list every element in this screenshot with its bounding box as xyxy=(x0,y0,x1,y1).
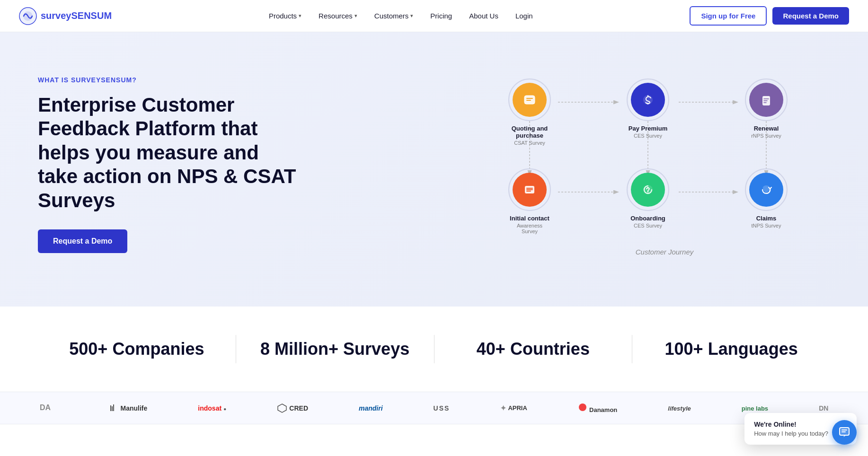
node-sublabel-quoting: CSAT Survey xyxy=(514,140,545,146)
logo-uss: USS xyxy=(434,404,450,412)
node-label-quoting: Quoting and purchase xyxy=(508,125,551,139)
customer-journey-diagram: Quoting and purchase CSAT Survey Pay Pre… xyxy=(499,74,830,256)
node-label-initial-contact: Initial contact xyxy=(510,215,549,222)
signup-button[interactable]: Sign up for Free xyxy=(690,6,767,26)
chevron-down-icon: ▾ xyxy=(354,13,357,19)
node-label-pay-premium: Pay Premium xyxy=(629,125,667,132)
logo-cred: CRED xyxy=(277,403,308,413)
node-renewal: Renewal rNPS Survey xyxy=(745,79,788,139)
stat-languages: 100+ Languages xyxy=(632,339,830,359)
logo-lifestyle: lifestyle xyxy=(668,404,691,412)
stats-section: 500+ Companies 8 Million+ Surveys 40+ Co… xyxy=(0,307,868,392)
logo-manulife: Manulife xyxy=(109,403,148,413)
node-icon-renewal xyxy=(749,83,783,117)
svg-rect-20 xyxy=(112,406,113,411)
node-icon-quoting xyxy=(513,83,547,117)
svg-point-23 xyxy=(579,403,586,411)
logo-pine-labs: pine labs xyxy=(742,404,768,412)
stat-companies-number: 500+ Companies xyxy=(38,339,236,359)
node-pay-premium: Pay Premium CES Survey xyxy=(627,79,669,139)
svg-text:DA: DA xyxy=(40,403,51,412)
node-icon-claims xyxy=(749,173,783,207)
logos-strip: DA Manulife indosat ● CRED mandiri USS ✦… xyxy=(0,392,868,424)
logo-indosat: indosat ● xyxy=(198,404,226,412)
node-sublabel-pay-premium: CES Survey xyxy=(634,133,662,139)
nav-login[interactable]: Login xyxy=(509,8,540,24)
hero-title: Enterprise Customer Feedback Platform th… xyxy=(38,93,303,212)
hero-section: WHAT IS SURVEYSENSUM? Enterprise Custome… xyxy=(0,32,868,307)
node-icon-initial-contact xyxy=(513,173,547,207)
logo-apria: ✦ APRIA xyxy=(500,404,527,412)
node-sublabel-renewal: rNPS Survey xyxy=(751,133,781,139)
hero-left: WHAT IS SURVEYSENSUM? Enterprise Custome… xyxy=(38,76,303,253)
logo[interactable]: surveySENSUM xyxy=(19,7,112,25)
logo-text: surveySENSUM xyxy=(41,10,112,21)
journey-label: Customer Journey xyxy=(636,248,694,256)
svg-rect-21 xyxy=(113,404,114,411)
svg-marker-22 xyxy=(278,404,286,412)
chevron-down-icon: ▾ xyxy=(410,13,413,19)
navbar: surveySENSUM Products ▾ Resources ▾ Cust… xyxy=(0,0,868,32)
node-label-renewal: Renewal xyxy=(754,125,779,132)
stat-companies: 500+ Companies xyxy=(38,339,236,359)
logo-danamon: Danamon xyxy=(578,403,617,413)
node-quoting: Quoting and purchase CSAT Survey xyxy=(508,79,551,146)
nav-actions: Sign up for Free Request a Demo xyxy=(690,6,849,26)
node-onboarding: Onboarding CES Survey xyxy=(627,168,669,228)
node-icon-onboarding xyxy=(631,173,665,207)
nav-customers[interactable]: Customers ▾ xyxy=(368,8,420,24)
nav-pricing[interactable]: Pricing xyxy=(424,8,459,24)
stat-surveys: 8 Million+ Surveys xyxy=(236,339,434,359)
stat-countries-number: 40+ Countries xyxy=(434,339,632,359)
demo-button-nav[interactable]: Request a Demo xyxy=(772,7,849,25)
node-sublabel-onboarding: CES Survey xyxy=(634,223,662,228)
stat-surveys-number: 8 Million+ Surveys xyxy=(236,339,434,359)
node-icon-pay-premium xyxy=(631,83,665,117)
nav-links: Products ▾ Resources ▾ Customers ▾ Prici… xyxy=(262,8,540,24)
logo-icon xyxy=(19,7,37,25)
node-initial-contact: Initial contact Awareness Survey xyxy=(508,168,551,234)
node-sublabel-claims: tNPS Survey xyxy=(752,223,781,228)
nav-resources[interactable]: Resources ▾ xyxy=(312,8,364,24)
nav-about[interactable]: About Us xyxy=(462,8,505,24)
svg-rect-19 xyxy=(110,405,111,411)
logo-da: DA xyxy=(40,402,59,414)
stat-countries: 40+ Countries xyxy=(434,339,632,359)
nav-products[interactable]: Products ▾ xyxy=(262,8,308,24)
node-sublabel-initial-contact: Awareness Survey xyxy=(508,223,551,234)
logo-dn: DN xyxy=(819,404,828,412)
chat-status: We're Online! xyxy=(754,421,828,424)
logo-mandiri: mandiri xyxy=(359,404,383,412)
node-label-claims: Claims xyxy=(756,215,777,222)
hero-eyebrow: WHAT IS SURVEYSENSUM? xyxy=(38,76,303,84)
chevron-down-icon: ▾ xyxy=(299,13,301,19)
node-label-onboarding: Onboarding xyxy=(630,215,665,222)
node-claims: Claims tNPS Survey xyxy=(745,168,788,228)
stat-languages-number: 100+ Languages xyxy=(632,339,830,359)
demo-button-hero[interactable]: Request a Demo xyxy=(38,229,127,253)
